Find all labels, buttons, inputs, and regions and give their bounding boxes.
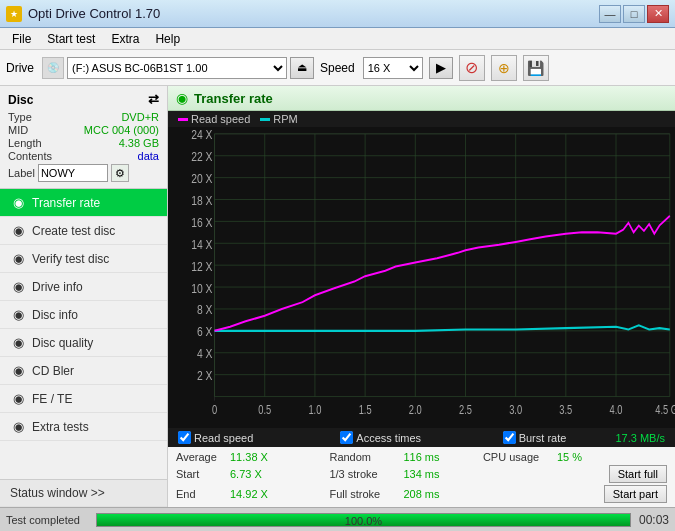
random-label: Random	[329, 451, 399, 463]
start-full-button[interactable]: Start full	[609, 465, 667, 483]
random-stat: Random 116 ms	[329, 451, 482, 463]
nav-item-extra-tests[interactable]: ◉Extra tests	[0, 413, 167, 441]
disc-length-row: Length 4.38 GB	[8, 137, 159, 149]
disc-contents-row: Contents data	[8, 150, 159, 162]
random-value: 116 ms	[403, 451, 448, 463]
disc-type-row: Type DVD+R	[8, 111, 159, 123]
minimize-button[interactable]: —	[599, 5, 621, 23]
full-stroke-value: 208 ms	[403, 488, 448, 500]
stats-row-3: End 14.92 X Full stroke 208 ms Start par…	[176, 485, 667, 503]
svg-text:2 X: 2 X	[197, 368, 213, 384]
average-value: 11.38 X	[230, 451, 280, 463]
nav-item-verify-test-disc[interactable]: ◉Verify test disc	[0, 245, 167, 273]
folder-icon-button[interactable]: 💾	[523, 55, 549, 81]
nav-icon-disc-quality: ◉	[10, 335, 26, 350]
legend-rpm-dot	[260, 118, 270, 121]
legend-rpm-label: RPM	[273, 113, 297, 125]
burst-rate-checkbox[interactable]	[503, 431, 516, 444]
drive-label: Drive	[6, 61, 34, 75]
svg-text:4 X: 4 X	[197, 346, 213, 362]
disc-label-row: Label ⚙	[8, 164, 159, 182]
nav-icon-create-test-disc: ◉	[10, 223, 26, 238]
svg-rect-0	[168, 127, 675, 428]
access-times-checkbox[interactable]	[340, 431, 353, 444]
stroke-1-3-stat: 1/3 stroke 134 ms	[329, 468, 482, 480]
nav-icon-transfer-rate: ◉	[10, 195, 26, 210]
start-part-button[interactable]: Start part	[604, 485, 667, 503]
menu-item-help[interactable]: Help	[147, 30, 188, 48]
status-window-button[interactable]: Status window >>	[0, 479, 167, 507]
menu-item-file[interactable]: File	[4, 30, 39, 48]
disc-panel-icon[interactable]: ⇄	[148, 92, 159, 107]
nav-icon-cd-bler: ◉	[10, 363, 26, 378]
disc-panel: Disc ⇄ Type DVD+R MID MCC 004 (000) Leng…	[0, 86, 167, 189]
nav-label-create-test-disc: Create test disc	[32, 224, 115, 238]
nav-item-cd-bler[interactable]: ◉CD Bler	[0, 357, 167, 385]
nav-label-extra-tests: Extra tests	[32, 420, 89, 434]
start-stat: Start 6.73 X	[176, 468, 329, 480]
svg-text:0.5: 0.5	[258, 403, 271, 417]
full-stroke-label: Full stroke	[329, 488, 399, 500]
svg-text:2.5: 2.5	[459, 403, 472, 417]
disc-panel-title: Disc	[8, 93, 33, 107]
nav-icon-drive-info: ◉	[10, 279, 26, 294]
save-icon-button[interactable]: ⊘	[459, 55, 485, 81]
read-speed-checkbox[interactable]	[178, 431, 191, 444]
legend-rpm: RPM	[260, 113, 297, 125]
access-times-checkbox-item: Access times	[340, 431, 502, 444]
nav-item-create-test-disc[interactable]: ◉Create test disc	[0, 217, 167, 245]
disc-label-edit-button[interactable]: ⚙	[111, 164, 129, 182]
menu-item-extra[interactable]: Extra	[103, 30, 147, 48]
chart-area: 24 X 22 X 20 X 18 X 16 X 14 X 12 X 10 X …	[168, 127, 675, 428]
burst-rate-value: 17.3 MB/s	[615, 432, 665, 444]
disc-type-value: DVD+R	[121, 111, 159, 123]
read-speed-cb-label: Read speed	[194, 432, 253, 444]
end-label: End	[176, 488, 226, 500]
svg-text:1.5: 1.5	[359, 403, 372, 417]
eject-button[interactable]: ⏏	[290, 57, 314, 79]
close-button[interactable]: ✕	[647, 5, 669, 23]
disc-mid-row: MID MCC 004 (000)	[8, 124, 159, 136]
sidebar: Disc ⇄ Type DVD+R MID MCC 004 (000) Leng…	[0, 86, 168, 507]
copy-icon-button[interactable]: ⊕	[491, 55, 517, 81]
drive-select[interactable]: (F:) ASUS BC-06B1ST 1.00	[67, 57, 287, 79]
window-title: Opti Drive Control 1.70	[28, 6, 160, 21]
speed-select[interactable]: 16 X	[363, 57, 423, 79]
nav-item-disc-quality[interactable]: ◉Disc quality	[0, 329, 167, 357]
menu-item-start-test[interactable]: Start test	[39, 30, 103, 48]
disc-mid-label: MID	[8, 124, 28, 136]
nav-item-fe-te[interactable]: ◉FE / TE	[0, 385, 167, 413]
titlebar: ★ Opti Drive Control 1.70 — □ ✕	[0, 0, 675, 28]
statusbar: Test completed 100.0% 00:03	[0, 507, 675, 531]
nav-icon-extra-tests: ◉	[10, 419, 26, 434]
svg-text:18 X: 18 X	[191, 193, 212, 209]
end-value: 14.92 X	[230, 488, 280, 500]
nav-item-disc-info[interactable]: ◉Disc info	[0, 301, 167, 329]
app-icon: ★	[6, 6, 22, 22]
burst-rate-checkbox-item: Burst rate 17.3 MB/s	[503, 431, 665, 444]
svg-text:4.0: 4.0	[610, 403, 623, 417]
nav-item-transfer-rate[interactable]: ◉Transfer rate	[0, 189, 167, 217]
average-stat: Average 11.38 X	[176, 451, 329, 463]
chart-svg: 24 X 22 X 20 X 18 X 16 X 14 X 12 X 10 X …	[168, 127, 675, 428]
disc-label-input[interactable]	[38, 164, 108, 182]
chart-header: ◉ Transfer rate	[168, 86, 675, 111]
svg-text:6 X: 6 X	[197, 324, 213, 340]
svg-text:10 X: 10 X	[191, 280, 212, 296]
go-button[interactable]: ▶	[429, 57, 453, 79]
nav-item-drive-info[interactable]: ◉Drive info	[0, 273, 167, 301]
window-controls: — □ ✕	[599, 5, 669, 23]
disc-mid-value: MCC 004 (000)	[84, 124, 159, 136]
svg-text:8 X: 8 X	[197, 302, 213, 318]
maximize-button[interactable]: □	[623, 5, 645, 23]
disc-contents-label: Contents	[8, 150, 52, 162]
menubar: FileStart testExtraHelp	[0, 28, 675, 50]
disc-length-label: Length	[8, 137, 42, 149]
nav-label-verify-test-disc: Verify test disc	[32, 252, 109, 266]
nav-items: ◉Transfer rate◉Create test disc◉Verify t…	[0, 189, 167, 441]
start-value: 6.73 X	[230, 468, 280, 480]
drive-icon: 💿	[42, 57, 64, 79]
cpu-label: CPU usage	[483, 451, 553, 463]
svg-text:14 X: 14 X	[191, 236, 212, 252]
nav-label-fe-te: FE / TE	[32, 392, 72, 406]
